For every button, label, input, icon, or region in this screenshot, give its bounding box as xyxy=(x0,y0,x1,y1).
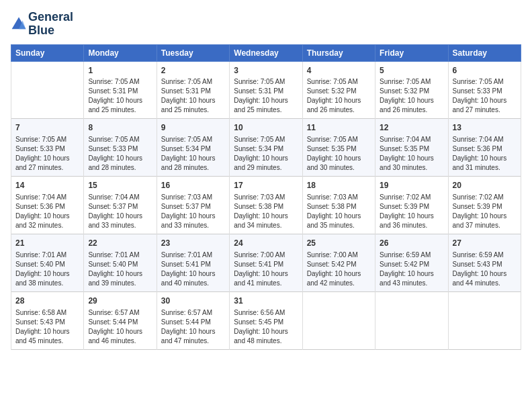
day-content: Sunrise: 6:57 AMSunset: 5:44 PMDaylight:… xyxy=(88,308,152,346)
calendar-cell: 24Sunrise: 7:00 AMSunset: 5:41 PMDayligh… xyxy=(230,234,302,291)
day-number: 14 xyxy=(15,180,79,191)
day-content: Sunrise: 7:04 AMSunset: 5:36 PMDaylight:… xyxy=(15,193,79,230)
day-content: Sunrise: 6:59 AMSunset: 5:43 PMDaylight:… xyxy=(453,250,517,288)
calendar-table: SundayMondayTuesdayWednesdayThursdayFrid… xyxy=(11,44,521,350)
day-number: 31 xyxy=(234,295,298,307)
weekday-header-sunday: Sunday xyxy=(11,44,84,61)
calendar-cell xyxy=(302,291,375,349)
calendar-cell: 12Sunrise: 7:04 AMSunset: 5:35 PMDayligh… xyxy=(375,119,448,177)
weekday-header-row: SundayMondayTuesdayWednesdayThursdayFrid… xyxy=(11,44,521,61)
calendar-cell: 28Sunrise: 6:58 AMSunset: 5:43 PMDayligh… xyxy=(11,291,84,349)
calendar-cell xyxy=(375,291,448,349)
calendar-cell: 30Sunrise: 6:57 AMSunset: 5:44 PMDayligh… xyxy=(157,291,229,349)
day-number: 26 xyxy=(380,238,443,249)
day-number: 9 xyxy=(161,122,225,134)
day-content: Sunrise: 7:05 AMSunset: 5:32 PMDaylight:… xyxy=(307,77,371,115)
logo: General Blue xyxy=(11,11,73,38)
logo-icon xyxy=(11,16,27,32)
weekday-header-saturday: Saturday xyxy=(448,44,521,61)
calendar-cell: 7Sunrise: 7:05 AMSunset: 5:33 PMDaylight… xyxy=(11,119,84,177)
calendar-cell: 6Sunrise: 7:05 AMSunset: 5:33 PMDaylight… xyxy=(448,61,521,119)
day-content: Sunrise: 7:04 AMSunset: 5:35 PMDaylight:… xyxy=(380,135,443,173)
day-number: 13 xyxy=(453,122,517,134)
day-number: 5 xyxy=(380,65,443,77)
day-number: 29 xyxy=(88,295,152,307)
day-content: Sunrise: 7:05 AMSunset: 5:32 PMDaylight:… xyxy=(380,77,443,115)
calendar-cell: 11Sunrise: 7:05 AMSunset: 5:35 PMDayligh… xyxy=(302,119,375,177)
day-content: Sunrise: 6:58 AMSunset: 5:43 PMDaylight:… xyxy=(15,308,79,346)
calendar-cell xyxy=(11,61,84,119)
calendar-header: SundayMondayTuesdayWednesdayThursdayFrid… xyxy=(11,44,521,61)
day-number: 1 xyxy=(88,65,152,77)
day-content: Sunrise: 7:01 AMSunset: 5:40 PMDaylight:… xyxy=(88,250,152,288)
day-number: 27 xyxy=(453,238,517,249)
calendar-cell: 17Sunrise: 7:03 AMSunset: 5:38 PMDayligh… xyxy=(230,177,302,234)
day-number: 30 xyxy=(161,295,225,307)
day-content: Sunrise: 7:05 AMSunset: 5:33 PMDaylight:… xyxy=(453,77,517,115)
day-number: 12 xyxy=(380,122,443,134)
day-content: Sunrise: 7:03 AMSunset: 5:38 PMDaylight:… xyxy=(234,193,298,230)
calendar-cell: 21Sunrise: 7:01 AMSunset: 5:40 PMDayligh… xyxy=(11,234,84,291)
day-content: Sunrise: 7:00 AMSunset: 5:41 PMDaylight:… xyxy=(234,250,298,288)
calendar-cell: 8Sunrise: 7:05 AMSunset: 5:33 PMDaylight… xyxy=(84,119,157,177)
calendar-cell: 4Sunrise: 7:05 AMSunset: 5:32 PMDaylight… xyxy=(302,61,375,119)
calendar-cell: 26Sunrise: 6:59 AMSunset: 5:42 PMDayligh… xyxy=(375,234,448,291)
calendar-cell: 25Sunrise: 7:00 AMSunset: 5:42 PMDayligh… xyxy=(302,234,375,291)
calendar-cell: 14Sunrise: 7:04 AMSunset: 5:36 PMDayligh… xyxy=(11,177,84,234)
calendar-cell: 16Sunrise: 7:03 AMSunset: 5:37 PMDayligh… xyxy=(157,177,229,234)
calendar-cell: 23Sunrise: 7:01 AMSunset: 5:41 PMDayligh… xyxy=(157,234,229,291)
calendar-cell: 22Sunrise: 7:01 AMSunset: 5:40 PMDayligh… xyxy=(84,234,157,291)
day-number: 15 xyxy=(88,180,152,191)
calendar-week-row: 21Sunrise: 7:01 AMSunset: 5:40 PMDayligh… xyxy=(11,234,521,291)
day-content: Sunrise: 7:01 AMSunset: 5:40 PMDaylight:… xyxy=(15,250,79,288)
day-content: Sunrise: 6:56 AMSunset: 5:45 PMDaylight:… xyxy=(234,308,298,346)
day-number: 16 xyxy=(161,180,225,191)
day-content: Sunrise: 7:03 AMSunset: 5:37 PMDaylight:… xyxy=(161,193,225,230)
day-number: 7 xyxy=(15,122,79,134)
calendar-cell: 31Sunrise: 6:56 AMSunset: 5:45 PMDayligh… xyxy=(230,291,302,349)
weekday-header-friday: Friday xyxy=(375,44,448,61)
calendar-week-row: 14Sunrise: 7:04 AMSunset: 5:36 PMDayligh… xyxy=(11,177,521,234)
day-content: Sunrise: 7:05 AMSunset: 5:31 PMDaylight:… xyxy=(161,77,225,115)
weekday-header-wednesday: Wednesday xyxy=(230,44,302,61)
day-number: 11 xyxy=(307,122,371,134)
day-content: Sunrise: 7:05 AMSunset: 5:33 PMDaylight:… xyxy=(15,135,79,173)
day-content: Sunrise: 7:05 AMSunset: 5:31 PMDaylight:… xyxy=(88,77,152,115)
day-content: Sunrise: 7:02 AMSunset: 5:39 PMDaylight:… xyxy=(453,193,517,230)
day-number: 8 xyxy=(88,122,152,134)
day-content: Sunrise: 7:05 AMSunset: 5:35 PMDaylight:… xyxy=(307,135,371,173)
day-content: Sunrise: 7:04 AMSunset: 5:37 PMDaylight:… xyxy=(88,193,152,230)
calendar-cell: 9Sunrise: 7:05 AMSunset: 5:34 PMDaylight… xyxy=(157,119,229,177)
day-content: Sunrise: 6:59 AMSunset: 5:42 PMDaylight:… xyxy=(380,250,443,288)
day-number: 19 xyxy=(380,180,443,191)
calendar-cell: 5Sunrise: 7:05 AMSunset: 5:32 PMDaylight… xyxy=(375,61,448,119)
day-content: Sunrise: 7:00 AMSunset: 5:42 PMDaylight:… xyxy=(307,250,371,288)
day-content: Sunrise: 7:05 AMSunset: 5:34 PMDaylight:… xyxy=(161,135,225,173)
day-number: 10 xyxy=(234,122,298,134)
day-content: Sunrise: 7:05 AMSunset: 5:34 PMDaylight:… xyxy=(234,135,298,173)
calendar-cell: 3Sunrise: 7:05 AMSunset: 5:31 PMDaylight… xyxy=(230,61,302,119)
day-content: Sunrise: 6:57 AMSunset: 5:44 PMDaylight:… xyxy=(161,308,225,346)
day-number: 3 xyxy=(234,65,298,77)
day-content: Sunrise: 7:02 AMSunset: 5:39 PMDaylight:… xyxy=(380,193,443,230)
day-number: 22 xyxy=(88,238,152,249)
day-number: 25 xyxy=(307,238,371,249)
calendar-cell: 29Sunrise: 6:57 AMSunset: 5:44 PMDayligh… xyxy=(84,291,157,349)
day-number: 6 xyxy=(453,65,517,77)
day-number: 4 xyxy=(307,65,371,77)
weekday-header-monday: Monday xyxy=(84,44,157,61)
calendar-body: 1Sunrise: 7:05 AMSunset: 5:31 PMDaylight… xyxy=(11,61,521,349)
day-number: 28 xyxy=(15,295,79,307)
day-number: 2 xyxy=(161,65,225,77)
calendar-week-row: 1Sunrise: 7:05 AMSunset: 5:31 PMDaylight… xyxy=(11,61,521,119)
calendar-cell: 15Sunrise: 7:04 AMSunset: 5:37 PMDayligh… xyxy=(84,177,157,234)
weekday-header-thursday: Thursday xyxy=(302,44,375,61)
page-header: General Blue xyxy=(11,11,521,38)
day-content: Sunrise: 7:05 AMSunset: 5:33 PMDaylight:… xyxy=(88,135,152,173)
calendar-cell: 10Sunrise: 7:05 AMSunset: 5:34 PMDayligh… xyxy=(230,119,302,177)
day-number: 24 xyxy=(234,238,298,249)
calendar-cell: 27Sunrise: 6:59 AMSunset: 5:43 PMDayligh… xyxy=(448,234,521,291)
calendar-week-row: 28Sunrise: 6:58 AMSunset: 5:43 PMDayligh… xyxy=(11,291,521,349)
calendar-cell: 13Sunrise: 7:04 AMSunset: 5:36 PMDayligh… xyxy=(448,119,521,177)
day-number: 20 xyxy=(453,180,517,191)
